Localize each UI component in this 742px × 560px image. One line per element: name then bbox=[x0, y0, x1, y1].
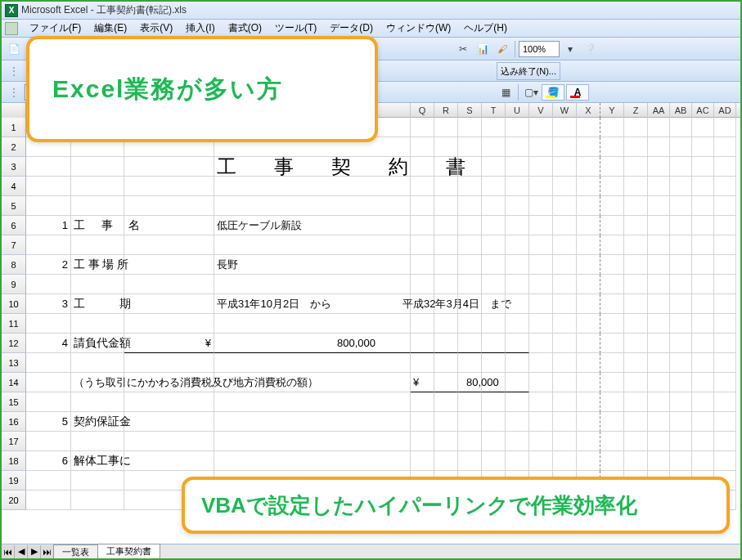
cell[interactable] bbox=[577, 314, 600, 334]
cell[interactable] bbox=[458, 432, 482, 451]
cell[interactable] bbox=[600, 255, 624, 275]
font-color-button[interactable]: A bbox=[566, 84, 589, 101]
cell[interactable] bbox=[692, 392, 714, 412]
cell[interactable] bbox=[124, 196, 214, 216]
cell[interactable] bbox=[577, 392, 600, 412]
cell[interactable] bbox=[600, 235, 624, 255]
cell[interactable] bbox=[434, 373, 458, 392]
cell[interactable] bbox=[26, 392, 71, 412]
cell[interactable] bbox=[624, 353, 648, 373]
cell[interactable] bbox=[600, 334, 624, 353]
cell[interactable] bbox=[71, 275, 124, 294]
cell[interactable] bbox=[624, 392, 648, 412]
cell[interactable] bbox=[648, 177, 670, 196]
cell[interactable]: ¥ bbox=[124, 334, 214, 353]
cell[interactable] bbox=[648, 451, 670, 471]
cell[interactable] bbox=[411, 196, 434, 216]
cell[interactable] bbox=[434, 432, 458, 451]
col-header[interactable]: R bbox=[434, 103, 458, 118]
cell[interactable] bbox=[553, 314, 577, 334]
cell[interactable] bbox=[26, 314, 71, 334]
cell[interactable] bbox=[670, 451, 692, 471]
cell[interactable] bbox=[648, 196, 670, 216]
cell[interactable] bbox=[692, 137, 714, 157]
cell[interactable] bbox=[577, 216, 600, 235]
row-header[interactable]: 2 bbox=[2, 137, 26, 157]
cell[interactable] bbox=[124, 432, 214, 451]
cell[interactable] bbox=[482, 275, 506, 294]
col-header[interactable]: AA bbox=[648, 103, 670, 118]
cell[interactable] bbox=[553, 412, 577, 432]
cell[interactable] bbox=[714, 118, 736, 137]
menu-edit[interactable]: 編集(E) bbox=[88, 20, 133, 37]
tab-nav-next-icon[interactable]: ▶ bbox=[28, 545, 41, 558]
cell[interactable] bbox=[506, 353, 529, 373]
cell[interactable] bbox=[648, 294, 670, 314]
cell[interactable] bbox=[411, 314, 434, 334]
cell[interactable] bbox=[434, 392, 458, 412]
cell[interactable] bbox=[458, 392, 482, 412]
tab-nav-first-icon[interactable]: ⏮ bbox=[2, 545, 15, 558]
cell[interactable] bbox=[648, 373, 670, 392]
row-header[interactable]: 6 bbox=[2, 216, 26, 235]
cell[interactable] bbox=[482, 118, 506, 137]
col-header[interactable]: U bbox=[506, 103, 529, 118]
cell[interactable] bbox=[714, 294, 736, 314]
cell[interactable] bbox=[553, 294, 577, 314]
cell[interactable] bbox=[529, 235, 553, 255]
cell[interactable] bbox=[670, 353, 692, 373]
cell[interactable] bbox=[624, 451, 648, 471]
cell[interactable] bbox=[600, 392, 624, 412]
cell[interactable] bbox=[26, 471, 71, 491]
cell[interactable] bbox=[124, 275, 214, 294]
cell[interactable] bbox=[482, 451, 506, 471]
zoom-dropdown-icon[interactable]: ▾ bbox=[561, 40, 579, 58]
cell[interactable] bbox=[214, 235, 411, 255]
cell[interactable] bbox=[600, 118, 624, 137]
cell[interactable] bbox=[214, 432, 411, 451]
cell[interactable] bbox=[577, 432, 600, 451]
row-header[interactable]: 10 bbox=[2, 294, 26, 314]
cell[interactable] bbox=[434, 334, 458, 353]
cell[interactable]: （うち取引にかかわる消費税及び地方消費税の額） bbox=[71, 373, 124, 392]
cell[interactable] bbox=[214, 275, 411, 294]
col-header[interactable]: T bbox=[482, 103, 506, 118]
cell[interactable]: 長野 bbox=[214, 255, 411, 275]
fill-color-button[interactable]: 🪣 bbox=[542, 84, 564, 101]
cell[interactable] bbox=[214, 196, 411, 216]
cell[interactable] bbox=[434, 235, 458, 255]
cell[interactable] bbox=[600, 314, 624, 334]
menu-data[interactable]: データ(D) bbox=[323, 20, 380, 37]
cell[interactable] bbox=[714, 196, 736, 216]
cell[interactable]: 工 事 名 bbox=[71, 216, 124, 235]
cell[interactable] bbox=[529, 255, 553, 275]
cell[interactable]: 4 bbox=[26, 334, 71, 353]
cell[interactable] bbox=[553, 216, 577, 235]
row-header[interactable]: 19 bbox=[2, 471, 26, 491]
toolbar-grip-icon[interactable]: ⋮ bbox=[5, 62, 23, 80]
cell[interactable] bbox=[482, 392, 506, 412]
menu-help[interactable]: ヘルプ(H) bbox=[457, 20, 514, 37]
cell[interactable] bbox=[624, 235, 648, 255]
cell[interactable] bbox=[577, 373, 600, 392]
cell[interactable] bbox=[124, 451, 214, 471]
cell[interactable] bbox=[214, 373, 411, 392]
col-header[interactable]: AD bbox=[714, 103, 736, 118]
cell[interactable] bbox=[577, 157, 600, 177]
cell[interactable] bbox=[458, 294, 482, 314]
cell[interactable]: 請負代金額 bbox=[71, 334, 124, 353]
cell[interactable] bbox=[506, 432, 529, 451]
row-header[interactable]: 16 bbox=[2, 412, 26, 432]
cell[interactable] bbox=[411, 353, 434, 373]
cell[interactable] bbox=[124, 353, 214, 373]
cell[interactable] bbox=[482, 432, 506, 451]
cell[interactable] bbox=[624, 275, 648, 294]
select-all-corner[interactable] bbox=[2, 103, 26, 118]
cell[interactable] bbox=[214, 392, 411, 412]
cell[interactable] bbox=[506, 334, 529, 353]
cell[interactable]: 800,000 bbox=[214, 334, 411, 353]
col-header[interactable]: S bbox=[458, 103, 482, 118]
cell[interactable] bbox=[411, 392, 434, 412]
row-header[interactable]: 14 bbox=[2, 373, 26, 392]
cell[interactable] bbox=[411, 451, 434, 471]
